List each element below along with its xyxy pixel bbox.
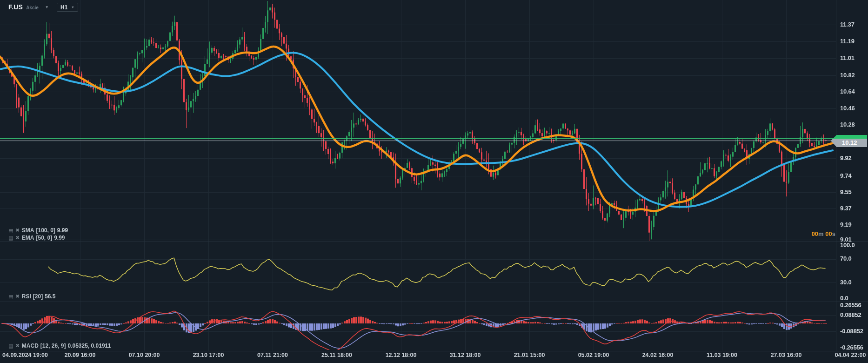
- price-axis-label: 10.46: [840, 105, 855, 112]
- legend-ema: ▤ ✖ EMA[50, 0]9.99: [8, 235, 67, 241]
- macd-axis-label: 0.26556: [840, 302, 861, 309]
- indicator-params: [20]: [33, 293, 43, 300]
- price-axis-label: 9.19: [840, 221, 852, 228]
- time-axis-label: 25.11 18:00: [321, 352, 352, 358]
- indicator-value: 9.99: [54, 235, 65, 241]
- indicator-settings-icon[interactable]: ▤: [8, 343, 13, 349]
- indicator-value: 56.5: [45, 293, 55, 300]
- time-axis-label: 27.03 16:00: [771, 352, 802, 358]
- macd-axis-label: -0.26556: [840, 344, 863, 351]
- price-axis-label: 9.74: [840, 172, 852, 179]
- time-axis-label: 07.11 21:00: [257, 352, 288, 358]
- countdown-seconds: 00: [825, 230, 832, 237]
- indicator-value: 0.05325, 0.01911: [68, 343, 111, 349]
- price-axis-label: 9.92: [840, 155, 852, 161]
- rsi-axis-label: 0.0: [840, 295, 848, 302]
- legend-sma: ▤ ✖ SMA[100, 0]9.99: [8, 227, 70, 234]
- time-axis-label: 20.09 16:00: [65, 352, 96, 358]
- indicator-settings-icon[interactable]: ▤: [8, 228, 13, 233]
- time-axis-label: 05.02 19:00: [578, 352, 609, 358]
- rsi-axis-label: 100.0: [840, 242, 855, 249]
- price-axis-label: 9.37: [840, 205, 852, 212]
- time-axis-label: 04.09.2024 19:00: [2, 352, 48, 358]
- current-price-tag: 10.12: [831, 135, 867, 147]
- macd-axis-label: 0.08852: [840, 311, 861, 318]
- indicator-params: [100, 0]: [36, 227, 55, 234]
- price-axis-label: 11.19: [840, 38, 855, 45]
- indicator-name: EMA: [22, 235, 34, 241]
- timeframe-select[interactable]: H1 ▼: [57, 3, 78, 12]
- time-axis-label: 31.12 18:00: [450, 352, 481, 358]
- current-price-line: [0, 138, 836, 139]
- legend-rsi: ▤ ✖ RSI[20]56.5: [8, 293, 58, 300]
- caret-down-icon[interactable]: ▼: [45, 5, 49, 9]
- price-axis-label: 10.64: [840, 88, 855, 95]
- time-axis-label: 23.10 17:00: [193, 352, 224, 358]
- indicator-name: MACD: [22, 343, 39, 349]
- chart-canvas[interactable]: [0, 0, 868, 363]
- indicator-settings-icon[interactable]: ▤: [8, 235, 13, 241]
- price-tag-green-strip: [831, 135, 867, 139]
- time-axis-label: 11.03 19:00: [707, 352, 737, 358]
- indicator-remove-icon[interactable]: ✖: [15, 235, 19, 240]
- indicator-params: [50, 0]: [36, 235, 52, 241]
- legend-macd: ▤ ✖ MACD[12, 26, 9]0.05325, 0.01911: [8, 343, 113, 349]
- indicator-remove-icon[interactable]: ✖: [15, 228, 19, 233]
- indicator-value: 9.99: [57, 227, 68, 234]
- time-axis-label: 07.10 20:00: [129, 352, 160, 358]
- indicator-name: SMA: [22, 227, 34, 234]
- time-axis-label: 24.02 16:00: [642, 352, 674, 358]
- indicator-name: RSI: [22, 293, 31, 300]
- price-axis-label: 10.82: [840, 72, 855, 79]
- chart-header: F.US Akcie ▼ H1 ▼: [0, 0, 868, 14]
- macd-axis-label: -0.08852: [840, 328, 863, 335]
- countdown-seconds-unit: s: [832, 230, 835, 237]
- countdown-minutes-unit: m: [818, 230, 824, 237]
- indicator-settings-icon[interactable]: ▤: [8, 294, 13, 299]
- symbol-label[interactable]: F.US: [8, 3, 23, 11]
- caret-down-icon: ▼: [71, 6, 74, 9]
- time-axis-label: 21.01 15:00: [514, 352, 545, 358]
- rsi-axis-label: 70.0: [840, 255, 852, 262]
- indicator-remove-icon[interactable]: ✖: [15, 343, 19, 348]
- indicator-params: [12, 26, 9]: [40, 343, 66, 349]
- trading-chart-window: F.US Akcie ▼ H1 ▼ ▤ ✖ SMA[100, 0]9.99 ▤ …: [0, 0, 868, 363]
- countdown-minutes: 00: [812, 230, 818, 237]
- previous-close-line: [0, 141, 836, 141]
- price-tag-value: 10.12: [842, 139, 857, 146]
- price-axis-label: 9.55: [840, 188, 852, 195]
- indicator-remove-icon[interactable]: ✖: [15, 294, 19, 299]
- time-axis-label: 04.04 22:00: [835, 352, 866, 358]
- price-axis-label: 11.37: [840, 21, 855, 28]
- price-axis-label: 10.28: [840, 121, 855, 128]
- rsi-axis-label: 30.0: [840, 279, 852, 286]
- price-axis-label: 11.01: [840, 54, 855, 61]
- time-axis-label: 12.12 18:00: [386, 352, 417, 358]
- instrument-type-label: Akcie: [26, 5, 39, 10]
- candle-countdown-timer: 00m 00s: [791, 230, 835, 237]
- timeframe-label: H1: [60, 4, 67, 11]
